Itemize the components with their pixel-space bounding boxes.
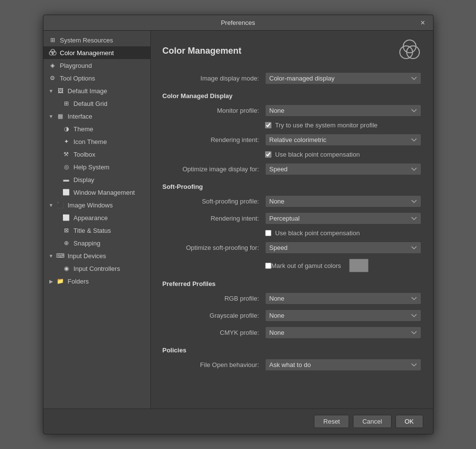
- dialog-title: Preferences: [221, 19, 255, 26]
- sidebar-item-label: Snapping: [74, 240, 101, 247]
- sidebar-item-label: Icon Theme: [74, 138, 107, 145]
- sidebar-item-label: Window Management: [74, 189, 135, 196]
- monitor-profile-control: None: [265, 104, 421, 117]
- sidebar-item-default-grid[interactable]: ⊞ Default Grid: [43, 97, 150, 110]
- expand-icon[interactable]: ▶: [48, 278, 54, 284]
- display-icon: ▬: [62, 175, 71, 184]
- rendering-intent-select[interactable]: Perceptual Relative colorimetric Saturat…: [265, 134, 421, 146]
- sidebar-item-help-system[interactable]: ◎ Help System: [43, 161, 150, 173]
- sidebar-item-input-devices[interactable]: ▼ ⌨ Input Devices: [43, 249, 150, 262]
- sidebar-item-display[interactable]: ▬ Display: [43, 173, 150, 186]
- file-open-select[interactable]: Ask what to do Keep embedded profile Con…: [265, 359, 421, 371]
- cmyk-profile-row: CMYK profile: None: [163, 327, 421, 339]
- sidebar-item-label: Tool Options: [60, 75, 95, 82]
- sidebar-item-label: Help System: [74, 163, 110, 171]
- toolbox-icon: ⚒: [62, 150, 71, 159]
- try-system-monitor-checkbox[interactable]: [265, 122, 271, 128]
- window-icon: ⬜: [62, 188, 71, 197]
- playground-icon: ◈: [48, 61, 57, 70]
- soft-proofing-profile-label: Soft-proofing profile:: [163, 198, 265, 205]
- grayscale-profile-select[interactable]: None: [265, 309, 421, 322]
- ok-button[interactable]: OK: [395, 415, 423, 428]
- rendering-intent-control: Perceptual Relative colorimetric Saturat…: [265, 134, 421, 146]
- soft-proofing-profile-control: None: [265, 195, 421, 207]
- soft-proofing-title: Soft-Proofing: [163, 183, 421, 190]
- section-title: Color Management: [163, 46, 242, 56]
- collapse-icon[interactable]: ▼: [48, 253, 54, 259]
- image-display-mode-select[interactable]: Color-managed display No color managemen…: [265, 72, 421, 84]
- gamut-color-swatch[interactable]: [349, 259, 369, 272]
- sp-black-point-checkbox[interactable]: [265, 230, 271, 236]
- sidebar-item-snapping[interactable]: ⊕ Snapping: [43, 237, 150, 249]
- image-display-mode-label: Image display mode:: [163, 75, 265, 82]
- collapse-icon[interactable]: ▼: [48, 88, 54, 94]
- optimize-soft-select[interactable]: Speed Quality: [265, 242, 421, 254]
- grayscale-profile-label: Grayscale profile:: [163, 312, 265, 319]
- rendering-intent-row: Rendering intent: Perceptual Relative co…: [163, 134, 421, 146]
- sidebar-item-label: Toolbox: [74, 151, 96, 158]
- optimize-soft-row: Optimize soft-proofing for: Speed Qualit…: [163, 242, 421, 254]
- rgb-profile-select[interactable]: None: [265, 292, 421, 305]
- grid-icon: ⊞: [48, 36, 57, 44]
- collapse-icon[interactable]: ▼: [48, 113, 54, 119]
- controller-icon: ◉: [62, 264, 71, 273]
- sidebar-item-color-management[interactable]: Color Management: [43, 46, 150, 59]
- interface-icon: ▦: [56, 112, 65, 121]
- dialog-body: ⊞ System Resources Color Management ◈ Pl…: [43, 31, 433, 408]
- sidebar-item-image-windows[interactable]: ▼ ⬛ Image Windows: [43, 199, 150, 211]
- cmyk-profile-select[interactable]: None: [265, 327, 421, 339]
- sidebar-item-label: Theme: [74, 125, 93, 133]
- preferred-profiles-title: Preferred Profiles: [163, 280, 421, 287]
- sp-black-point-row: Use black point compensation: [163, 229, 421, 237]
- help-icon: ◎: [62, 163, 71, 171]
- sidebar-item-title-status[interactable]: ⊠ Title & Status: [43, 224, 150, 237]
- sp-black-point-label: Use black point compensation: [275, 229, 360, 237]
- optimize-image-select[interactable]: Speed Quality: [265, 163, 421, 175]
- soft-proofing-profile-row: Soft-proofing profile: None: [163, 195, 421, 207]
- collapse-icon[interactable]: ▼: [48, 202, 54, 208]
- tool-icon: ⚙: [48, 74, 57, 82]
- snap-icon: ⊕: [62, 239, 71, 247]
- monitor-profile-select[interactable]: None: [265, 104, 421, 117]
- rgb-profile-label: RGB profile:: [163, 295, 265, 302]
- sidebar-item-system-resources[interactable]: ⊞ System Resources: [43, 34, 150, 46]
- cmyk-profile-control: None: [265, 327, 421, 339]
- rendering-intent-label: Rendering intent:: [163, 136, 265, 143]
- close-button[interactable]: ×: [417, 18, 428, 28]
- sidebar-item-theme[interactable]: ◑ Theme: [43, 122, 150, 135]
- sidebar-item-tool-options[interactable]: ⚙ Tool Options: [43, 72, 150, 84]
- gamut-row: Mark out of gamut colors: [163, 259, 421, 272]
- sidebar-item-label: Interface: [68, 113, 93, 120]
- sidebar-item-label: System Resources: [60, 37, 113, 44]
- sp-rendering-intent-row: Rendering intent: Perceptual Relative co…: [163, 212, 421, 224]
- black-point-checkbox[interactable]: [265, 151, 271, 158]
- sidebar-item-input-controllers[interactable]: ◉ Input Controllers: [43, 262, 150, 275]
- sidebar-item-default-image[interactable]: ▼ 🖼 Default Image: [43, 84, 150, 97]
- sidebar-item-folders[interactable]: ▶ 📁 Folders: [43, 275, 150, 287]
- reset-button[interactable]: Reset: [314, 415, 349, 428]
- monitor-profile-label: Monitor profile:: [163, 107, 265, 114]
- image-display-mode-row: Image display mode: Color-managed displa…: [163, 72, 421, 84]
- grid2-icon: ⊞: [62, 99, 71, 108]
- sp-rendering-intent-select[interactable]: Perceptual Relative colorimetric Saturat…: [265, 212, 421, 224]
- sidebar-item-label: Image Windows: [68, 202, 113, 209]
- gamut-checkbox[interactable]: [265, 263, 271, 269]
- sidebar-item-label: Title & Status: [74, 227, 111, 234]
- sidebar-item-appearance[interactable]: ⬜ Appearance: [43, 211, 150, 224]
- cmyk-profile-label: CMYK profile:: [163, 329, 265, 336]
- black-point-row: Use black point compensation: [163, 151, 421, 158]
- sidebar-item-playground[interactable]: ◈ Playground: [43, 59, 150, 72]
- section-header: Color Management: [163, 39, 421, 63]
- title-icon: ⊠: [62, 226, 71, 235]
- soft-proofing-profile-select[interactable]: None: [265, 195, 421, 207]
- sidebar-item-window-management[interactable]: ⬜ Window Management: [43, 186, 150, 199]
- sidebar-item-interface[interactable]: ▼ ▦ Interface: [43, 110, 150, 122]
- sidebar-item-icon-theme[interactable]: ✦ Icon Theme: [43, 135, 150, 148]
- sidebar-item-toolbox[interactable]: ⚒ Toolbox: [43, 148, 150, 161]
- color-management-icon: [398, 39, 421, 63]
- sidebar-item-label: Input Controllers: [74, 265, 120, 272]
- optimize-image-control: Speed Quality: [265, 163, 421, 175]
- cancel-button[interactable]: Cancel: [353, 415, 391, 428]
- appearance-icon: ⬜: [62, 213, 71, 222]
- try-system-monitor-label: Try to use the system monitor profile: [275, 122, 378, 129]
